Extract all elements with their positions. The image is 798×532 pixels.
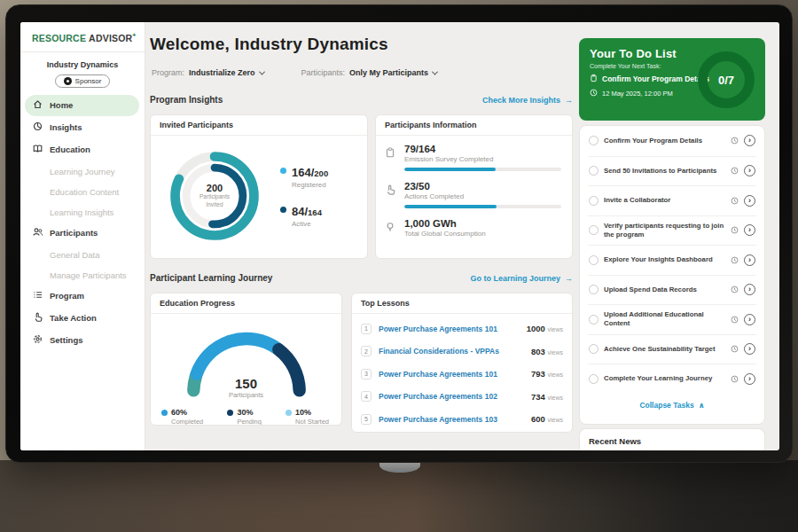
progress-bar (404, 168, 561, 171)
lesson-views: 734 views (531, 392, 563, 402)
task-checkbox[interactable] (589, 315, 598, 325)
task-row[interactable]: Complete Your Learning Journey › (588, 364, 756, 394)
list-icon (33, 290, 43, 301)
task-list-card: Confirm Your Program Details › Send 50 I… (579, 125, 765, 425)
clipboard-icon (385, 144, 397, 171)
task-chevron-button[interactable]: › (744, 314, 755, 325)
legend-dot (280, 207, 286, 213)
task-chevron-button[interactable]: › (744, 135, 755, 146)
card-title: Education Progress (151, 293, 341, 314)
task-checkbox[interactable] (589, 136, 598, 145)
progress-bar (404, 205, 561, 208)
gauge-center-label: 150 Participants (178, 376, 315, 399)
actions-completed-row: 23/50 Actions Completed (385, 181, 561, 208)
clock-icon (590, 89, 598, 98)
task-checkbox[interactable] (589, 166, 598, 176)
task-checkbox[interactable] (589, 225, 598, 235)
task-row[interactable]: Upload Spend Data Records › (588, 275, 756, 305)
task-chevron-button[interactable]: › (744, 254, 755, 266)
education-gauge-chart: 150 Participants (178, 321, 315, 399)
task-chevron-button[interactable]: › (744, 373, 755, 385)
arrow-right-icon: → (565, 274, 573, 283)
lesson-row: 4 Power Purchase Agreements 102 734 view… (361, 386, 563, 409)
lesson-link[interactable]: Power Purchase Agreements 102 (379, 392, 524, 401)
task-row[interactable]: Verify participants requesting to join t… (588, 215, 756, 246)
sidebar-item-take-action[interactable]: Take Action (25, 308, 139, 329)
legend-completed: 60% Completed (161, 408, 203, 426)
sidebar: RESOURCEADVISOR+ Industry Dynamics Spons… (20, 22, 145, 450)
invited-donut-chart: 200 Participants Invited (163, 145, 266, 247)
dashboard-screen: RESOURCEADVISOR+ Industry Dynamics Spons… (20, 22, 779, 450)
monitor-bezel: RESOURCEADVISOR+ Industry Dynamics Spons… (5, 4, 793, 463)
clock-icon (731, 256, 739, 264)
task-checkbox[interactable] (589, 255, 598, 265)
todo-header-card: Your To Do List Complete Your Next Task:… (579, 38, 765, 121)
clock-icon (731, 375, 739, 383)
collapse-tasks-link[interactable]: Collapse Tasks ∧ (588, 394, 756, 417)
task-checkbox[interactable] (589, 374, 598, 384)
lesson-link[interactable]: Financial Considerations - VPPAs (379, 347, 524, 356)
clock-icon (731, 345, 739, 353)
lesson-views: 1000 views (527, 324, 563, 333)
task-chevron-button[interactable]: › (744, 224, 755, 236)
sidebar-item-general-data[interactable]: General Data (20, 245, 145, 265)
legend-dot (280, 168, 286, 174)
chevron-down-icon (258, 68, 264, 74)
sidebar-item-home[interactable]: Home (25, 95, 139, 116)
chevron-down-icon (432, 68, 438, 74)
home-icon (33, 99, 43, 111)
lesson-row: 2 Financial Considerations - VPPAs 803 v… (361, 340, 563, 364)
lesson-views: 803 views (531, 347, 563, 356)
lesson-rank: 1 (361, 324, 372, 334)
lesson-row: 5 Power Purchase Agreements 103 600 view… (361, 408, 563, 431)
photo-background: RESOURCEADVISOR+ Industry Dynamics Spons… (0, 0, 798, 532)
task-row[interactable]: Confirm Your Program Details › (588, 126, 756, 156)
task-chevron-button[interactable]: › (744, 343, 755, 355)
program-select[interactable]: Program: Industrialize Zero (152, 68, 264, 77)
lesson-link[interactable]: Power Purchase Agreements 101 (379, 325, 520, 333)
lesson-views: 793 views (531, 369, 563, 379)
sidebar-item-insights[interactable]: Insights (25, 117, 139, 138)
brand-logo[interactable]: RESOURCEADVISOR+ (20, 22, 145, 52)
task-row[interactable]: Achieve One Sustainability Target › (588, 334, 756, 364)
lesson-link[interactable]: Power Purchase Agreements 103 (379, 415, 524, 424)
task-row[interactable]: Upload Additional Educational Content › (588, 304, 756, 334)
learning-journey-header: Participant Learning Journey Go to Learn… (150, 273, 573, 283)
clock-icon (731, 197, 739, 205)
sidebar-item-participants[interactable]: Participants (25, 223, 139, 244)
participants-select[interactable]: Participants: Only My Participants (301, 68, 438, 77)
sidebar-item-education-content[interactable]: Education Content (20, 182, 145, 202)
sidebar-item-learning-journey[interactable]: Learning Journey (20, 161, 145, 182)
go-to-learning-journey-link[interactable]: Go to Learning Journey → (470, 274, 573, 283)
sidebar-item-settings[interactable]: Settings (25, 330, 139, 351)
lesson-link[interactable]: Power Purchase Agreements 101 (379, 370, 524, 379)
program-insights-header: Program Insights Check More Insights → (150, 95, 573, 105)
sidebar-nav: Home Insights Education Learning Journey… (20, 95, 145, 351)
task-checkbox[interactable] (589, 196, 598, 206)
section-title: Participant Learning Journey (150, 273, 272, 283)
task-checkbox[interactable] (589, 285, 598, 294)
sponsor-badge[interactable]: Sponsor (55, 74, 111, 88)
task-chevron-button[interactable]: › (744, 195, 755, 207)
task-row[interactable]: Explore Your Insights Dashboard › (588, 245, 756, 275)
legend-dot (227, 410, 233, 416)
card-title: Invited Participants (151, 115, 367, 136)
sidebar-item-program[interactable]: Program (25, 286, 139, 307)
clock-icon (731, 286, 739, 293)
book-icon (33, 144, 43, 155)
participants-information-card: Participants Information 79/164 Emission… (375, 114, 573, 259)
education-progress-card: Education Progress 150 Participants (150, 293, 342, 426)
task-chevron-button[interactable]: › (744, 165, 755, 176)
sidebar-item-education[interactable]: Education (25, 139, 139, 160)
sidebar-item-learning-insights[interactable]: Learning Insights (20, 202, 145, 223)
task-checkbox[interactable] (589, 344, 598, 354)
task-row[interactable]: Send 50 Invitations to Participants › (588, 156, 756, 186)
legend-dot (286, 410, 292, 416)
task-chevron-button[interactable]: › (744, 284, 755, 295)
lightbulb-icon (385, 218, 397, 242)
lesson-rank: 5 (361, 414, 372, 425)
sidebar-item-manage-participants[interactable]: Manage Participants (20, 265, 145, 286)
invited-participants-card: Invited Participants 200 Partic (150, 114, 368, 259)
check-more-insights-link[interactable]: Check More Insights → (482, 96, 573, 105)
task-row[interactable]: Invite a Collaborator › (588, 185, 756, 215)
